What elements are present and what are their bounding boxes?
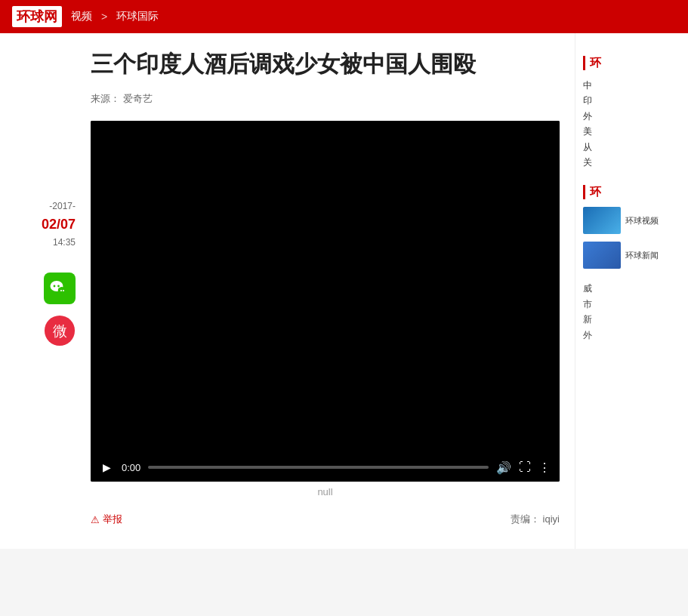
source-name[interactable]: 爱奇艺 [123,93,153,104]
site-logo[interactable]: 环球网 [12,6,62,27]
main-content: 三个印度人酒后调戏少女被中国人围殴 来源： 爱奇艺 ▶ 0:00 🔊 ⛶ ⋮ n… [83,33,575,549]
sidebar-related-text-2: 环球新闻 [625,250,659,261]
video-controls: ▶ 0:00 🔊 ⛶ ⋮ [91,453,560,482]
svg-point-3 [60,290,62,291]
fullscreen-button[interactable]: ⛶ [519,460,531,474]
article-title: 三个印度人酒后调戏少女被中国人围殴 [91,48,560,80]
sidebar-thumb-2 [583,242,621,269]
sidebar-text-line: 从 [583,140,688,155]
date-time: 14:35 [8,236,76,250]
source-label: 来源： [91,93,120,104]
sidebar-related-item-2[interactable]: 环球新闻 [583,242,688,269]
sidebar-bottom-line: 新 [583,312,688,327]
progress-bar[interactable] [148,466,489,469]
svg-point-1 [54,285,56,288]
video-null-text: null [91,482,560,505]
time-display: 0:00 [122,462,140,473]
nav-bar: 环球网 视频 > 环球国际 [0,0,688,33]
article-source: 来源： 爱奇艺 [91,92,560,106]
social-icons: 微 [8,273,76,346]
sidebar-related-text-1: 环球视频 [625,215,659,226]
sidebar-text-line: 中 [583,78,688,93]
play-button[interactable]: ▶ [100,461,114,473]
left-sidebar: -2017- 02/07 14:35 微 [0,33,83,549]
right-sidebar: 环 中 印 外 美 从 关 环 环球视频 环球新闻 威 市 新 外 [575,33,688,549]
svg-point-4 [63,290,64,291]
sidebar-section1-title: 环 [583,56,688,70]
sidebar-text-line: 美 [583,124,688,139]
wechat-share-button[interactable] [44,273,76,304]
sidebar-section2-title: 环 [583,185,688,199]
weibo-share-button[interactable]: 微 [44,315,76,346]
article-footer: ⚠ 举报 责编： iqiyi [91,513,560,534]
editor-name: iqiyi [543,513,560,525]
sidebar-bottom-line: 外 [583,328,688,343]
editor-label: 责编： [511,513,540,525]
editor-info: 责编： iqiyi [511,513,560,526]
sidebar-bottom-text: 威 市 新 外 [583,281,688,343]
more-options-button[interactable]: ⋮ [538,460,551,475]
video-player[interactable]: ▶ 0:00 🔊 ⛶ ⋮ [91,121,560,482]
sidebar-text-line: 外 [583,109,688,124]
svg-text:微: 微 [53,323,67,339]
video-area[interactable] [91,121,560,453]
sidebar-text-block: 中 印 外 美 从 关 [583,78,688,170]
nav-separator: > [101,11,107,23]
volume-icon[interactable]: 🔊 [496,460,511,475]
sidebar-thumb-1 [583,207,621,234]
date-block: -2017- 02/07 14:35 [8,199,76,250]
report-icon: ⚠ [91,514,100,525]
nav-section2[interactable]: 环球国际 [116,10,159,23]
report-label: 举报 [103,513,122,526]
sidebar-text-line: 关 [583,155,688,170]
date-prefix: -2017- [8,199,76,214]
date-main: 02/07 [8,214,76,236]
sidebar-text-line: 印 [583,93,688,108]
page-body: -2017- 02/07 14:35 微 [0,33,688,549]
sidebar-bottom-line: 威 [583,281,688,296]
sidebar-related-item-1[interactable]: 环球视频 [583,207,688,234]
sidebar-section2: 环 环球视频 环球新闻 [583,185,688,269]
sidebar-bottom-line: 市 [583,297,688,312]
nav-section1[interactable]: 视频 [71,10,92,23]
report-button[interactable]: ⚠ 举报 [91,513,122,526]
svg-point-2 [57,285,60,288]
